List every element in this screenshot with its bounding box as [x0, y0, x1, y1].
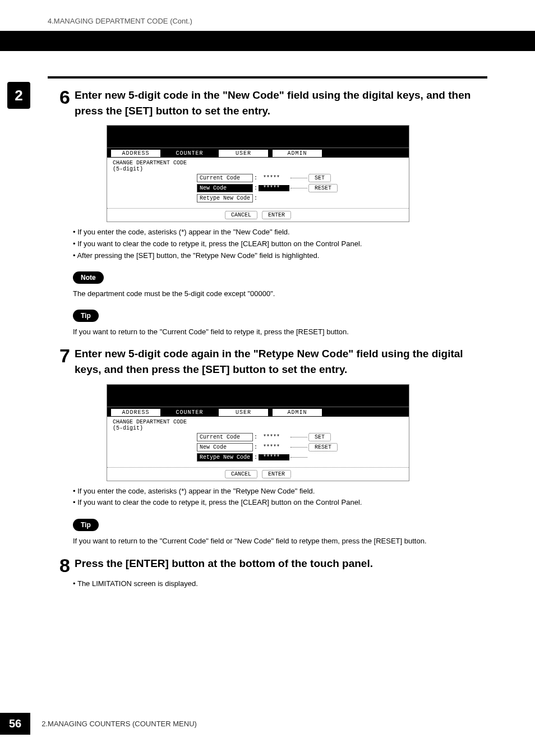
list-item: After pressing the [SET] button, the "Re…	[73, 250, 487, 262]
retype-code-label[interactable]: Retype New Code	[197, 453, 253, 462]
step-7: 7 Enter new 5-digit code again in the "R…	[48, 346, 487, 546]
new-code-value[interactable]: *****	[259, 185, 289, 191]
tab-user[interactable]: USER	[218, 408, 269, 417]
reset-button[interactable]: RESET	[308, 184, 338, 192]
enter-button[interactable]: ENTER	[262, 211, 291, 219]
set-button[interactable]: SET	[308, 433, 331, 441]
list-item: The LIMITATION screen is displayed.	[73, 578, 487, 590]
list-item: If you enter the code, asterisks (*) app…	[73, 486, 487, 497]
list-item: If you want to clear the code to retype …	[73, 238, 487, 250]
enter-button[interactable]: ENTER	[262, 470, 291, 478]
tip-badge: Tip	[73, 519, 99, 531]
cancel-button[interactable]: CANCEL	[225, 211, 257, 219]
screen-heading: CHANGE DEPARTMENT CODE (5-digit)	[113, 160, 403, 172]
footer-text: 2.MANAGING COUNTERS (COUNTER MENU)	[41, 720, 197, 728]
list-item: If you want to clear the code to retype …	[73, 497, 487, 509]
tip-text: If you want to return to the "Current Co…	[73, 536, 487, 547]
tab-admin[interactable]: ADMIN	[272, 149, 322, 158]
step8-bullets: The LIMITATION screen is displayed.	[73, 578, 487, 590]
step7-bullets: If you enter the code, asterisks (*) app…	[73, 486, 487, 509]
set-button[interactable]: SET	[308, 174, 331, 182]
tab-counter[interactable]: COUNTER	[164, 149, 215, 158]
screen-heading: CHANGE DEPARTMENT CODE (5-digit)	[113, 419, 403, 431]
step-6: 6 Enter new 5-digit code in the "New Cod…	[48, 87, 487, 337]
current-code-value: *****	[259, 175, 289, 181]
retype-code-label: Retype New Code	[197, 194, 253, 202]
cancel-button[interactable]: CANCEL	[225, 470, 257, 478]
tip-text: If you want to return to the "Current Co…	[73, 326, 487, 338]
new-code-value: *****	[259, 444, 289, 450]
page-footer: 56 2.MANAGING COUNTERS (COUNTER MENU)	[0, 713, 197, 735]
current-code-value: *****	[259, 434, 289, 440]
current-code-label: Current Code	[197, 174, 253, 182]
step6-bullets: If you enter the code, asterisks (*) app…	[73, 227, 487, 261]
device-screenshot-step6: ADDRESS COUNTER USER ADMIN CHANGE DEPART…	[107, 125, 409, 222]
section-rule	[48, 76, 487, 79]
tab-address[interactable]: ADDRESS	[110, 408, 161, 417]
list-item: If you enter the code, asterisks (*) app…	[73, 227, 487, 238]
reset-button[interactable]: RESET	[308, 443, 338, 451]
new-code-label: New Code	[197, 443, 253, 451]
tab-counter[interactable]: COUNTER	[164, 408, 215, 417]
step-number: 7	[48, 346, 70, 365]
step-title: Press the [ENTER] button at the bottom o…	[75, 556, 487, 571]
new-code-label[interactable]: New Code	[197, 184, 253, 192]
header-black-band	[0, 31, 535, 51]
tab-user[interactable]: USER	[218, 149, 269, 158]
tip-badge: Tip	[73, 310, 99, 322]
page-number: 56	[0, 713, 30, 735]
device-screenshot-step7: ADDRESS COUNTER USER ADMIN CHANGE DEPART…	[107, 384, 409, 481]
step-number: 8	[48, 556, 70, 575]
breadcrumb: 4.MANAGING DEPARTMENT CODE (Cont.)	[0, 0, 535, 31]
tab-admin[interactable]: ADMIN	[272, 408, 322, 417]
note-text: The department code must be the 5-digit …	[73, 288, 487, 299]
step-8: 8 Press the [ENTER] button at the bottom…	[48, 556, 487, 590]
step-title: Enter new 5-digit code in the "New Code"…	[75, 87, 487, 118]
current-code-label: Current Code	[197, 433, 253, 441]
step-title: Enter new 5-digit code again in the "Ret…	[75, 346, 487, 377]
tab-address[interactable]: ADDRESS	[110, 149, 161, 158]
retype-code-value[interactable]: *****	[259, 454, 289, 460]
step-number: 6	[48, 87, 70, 107]
note-badge: Note	[73, 271, 104, 284]
